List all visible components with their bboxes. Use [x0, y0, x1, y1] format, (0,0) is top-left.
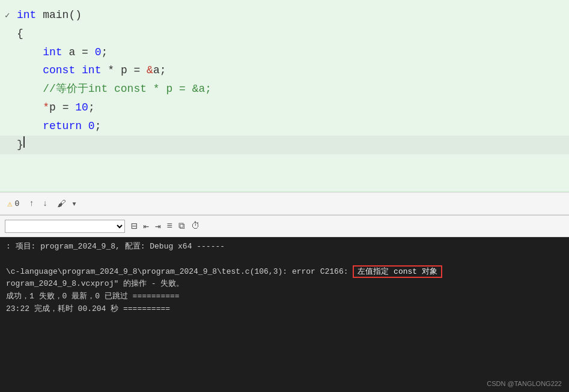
clock-icon-btn[interactable]: ⏱ [191, 221, 200, 232]
indent-left-icon-btn[interactable]: ⇤ [143, 220, 149, 232]
code-line-7: return 0; [0, 117, 569, 136]
line-marker-1: ✓ [5, 9, 14, 22]
fn-main: main [43, 7, 68, 24]
output-line-5: 成功，1 失败，0 最新，0 已跳过 ========== [6, 291, 563, 303]
output-line-3: \c-language\program_2024_9_8\program_202… [6, 266, 563, 279]
output-line-1: : 项目: program_2024_9_8, 配置: Debug x64 --… [6, 241, 563, 253]
output-line-4: rogram_2024_9_8.vcxproj" 的操作 - 失败。 [6, 278, 563, 291]
output-line-2 [6, 253, 563, 266]
watermark: CSDN @TANGLONG222 [487, 379, 562, 390]
text-cursor [23, 136, 25, 148]
warning-badge: ⚠ 0 [7, 199, 19, 209]
code-line-1: ✓int main() [0, 6, 569, 25]
output-dropdown[interactable] [5, 220, 125, 233]
code-editor[interactable]: ✓int main() { int a = 0; const int * p =… [0, 0, 569, 192]
filter-icon-btn[interactable]: ⊟ [131, 220, 137, 232]
code-line-2: { [0, 25, 569, 43]
keyword-int: int [17, 7, 36, 24]
warning-icon: ⚠ [7, 199, 12, 209]
code-line-6: *p = 10; [0, 98, 569, 117]
output-toolbar: ⊟ ⇤ ⇥ ≡ ⧉ ⏱ [0, 216, 569, 237]
list-icon-btn[interactable]: ≡ [167, 221, 173, 232]
indent-right-icon-btn[interactable]: ⇥ [155, 220, 161, 232]
code-line-4: const int * p = &a; [0, 61, 569, 80]
output-panel: : 项目: program_2024_9_8, 配置: Debug x64 --… [0, 237, 569, 392]
code-line-8: } [0, 136, 569, 155]
filter-btn[interactable]: 🖌 ▾ [55, 197, 79, 211]
up-arrow-btn[interactable]: ↑ [26, 198, 36, 210]
output-line-6: 23:22 完成，耗时 00.204 秒 ========== [6, 303, 563, 316]
nav-arrows: ↑ ↓ [26, 198, 50, 210]
warning-count: 0 [14, 199, 19, 208]
copy-icon-btn[interactable]: ⧉ [178, 221, 185, 232]
code-line-3: int a = 0; [0, 43, 569, 62]
error-badge: 左值指定 const 对象 [353, 265, 442, 278]
editor-bottom-toolbar: ⚠ 0 ↑ ↓ 🖌 ▾ [0, 192, 569, 215]
down-arrow-btn[interactable]: ↓ [40, 198, 50, 210]
code-line-5: //等价于int const * p = &a; [0, 80, 569, 98]
